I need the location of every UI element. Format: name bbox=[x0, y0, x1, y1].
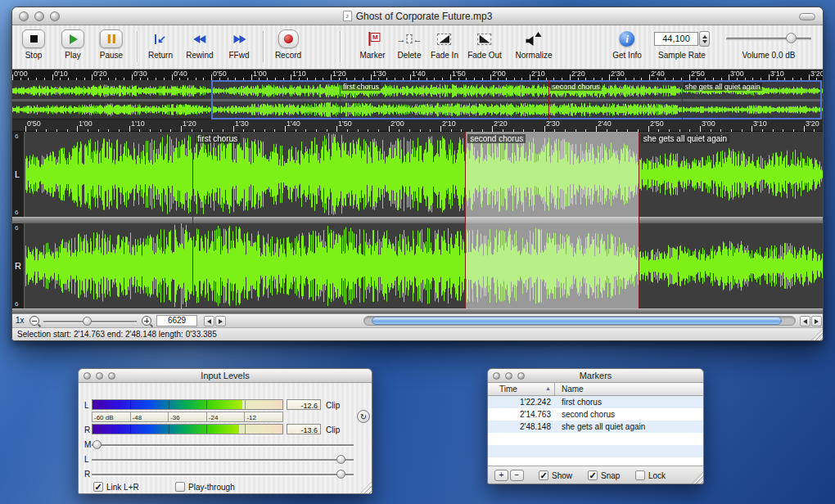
pause-button[interactable]: Pause bbox=[100, 28, 123, 60]
step-left-button[interactable] bbox=[204, 316, 214, 326]
checkbox-label: Snap bbox=[601, 471, 620, 480]
palette-window-controls bbox=[84, 372, 115, 380]
reset-clip-button[interactable]: ↻ bbox=[357, 410, 370, 423]
samples-per-pixel-value[interactable]: 6629 bbox=[156, 315, 197, 326]
fade-out-icon bbox=[477, 34, 491, 45]
sample-rate-label: Sample Rate bbox=[654, 51, 710, 60]
fade-in-button[interactable]: Fade In bbox=[431, 28, 458, 60]
column-header-time[interactable]: Time ▲ bbox=[488, 383, 555, 395]
meter-right-unfilled bbox=[239, 425, 282, 434]
delete-button[interactable]: →← Delete bbox=[397, 28, 422, 60]
input-levels-titlebar[interactable]: Input Levels bbox=[79, 369, 372, 383]
resize-grip[interactable] bbox=[360, 482, 372, 493]
column-header-name[interactable]: Name bbox=[555, 383, 703, 395]
volume-slider[interactable] bbox=[726, 28, 811, 50]
resize-grip[interactable] bbox=[692, 472, 703, 484]
snap-checkbox[interactable]: ✓ Snap bbox=[588, 470, 620, 480]
zoom-in-button[interactable] bbox=[142, 316, 151, 326]
marker-name-cell bbox=[555, 445, 703, 457]
resize-grip[interactable] bbox=[811, 329, 823, 340]
scroll-left-button[interactable] bbox=[800, 316, 810, 326]
palette-window-controls bbox=[493, 372, 525, 380]
overview-marker-line bbox=[340, 80, 341, 119]
marker-name-cell: second chorus bbox=[555, 408, 703, 421]
gain-slider-m-thumb[interactable] bbox=[93, 440, 102, 449]
overview-strip[interactable]: first chorussecond chorusshe gets all qu… bbox=[12, 80, 823, 119]
pause-icon bbox=[107, 34, 115, 43]
play-through-checkbox[interactable]: Play-through bbox=[175, 482, 235, 492]
delete-icon: →← bbox=[397, 34, 422, 44]
get-info-button[interactable]: i Get Info bbox=[612, 28, 642, 60]
scale-label: -12 bbox=[245, 412, 283, 422]
checkbox-box[interactable]: ✓ bbox=[539, 470, 548, 480]
remove-marker-button[interactable]: − bbox=[510, 470, 524, 481]
music-note-icon: ♪ bbox=[343, 11, 352, 21]
horizontal-scrollbar[interactable] bbox=[363, 316, 796, 326]
close-button[interactable] bbox=[84, 372, 91, 380]
record-button[interactable]: Record bbox=[275, 28, 301, 60]
marker-button[interactable]: M Marker bbox=[359, 28, 385, 60]
wave-area[interactable]: 6 L 6 6 R 6 first chorussecond chorusshe… bbox=[12, 132, 823, 313]
toolbar-toggle-capsule[interactable] bbox=[799, 13, 815, 20]
fast-forward-button[interactable]: FFwd bbox=[229, 28, 250, 60]
play-button[interactable]: Play bbox=[61, 28, 84, 60]
stop-button[interactable]: Stop bbox=[22, 28, 45, 60]
checkbox-box[interactable]: ✓ bbox=[588, 470, 598, 480]
minimize-button[interactable] bbox=[34, 11, 44, 21]
return-button[interactable]: ↙ Return bbox=[148, 28, 173, 60]
gain-slider-r-thumb[interactable] bbox=[336, 470, 345, 479]
gain-slider-l-thumb[interactable] bbox=[336, 455, 345, 464]
fade-out-button[interactable]: Fade Out bbox=[467, 28, 502, 60]
checkbox-box[interactable] bbox=[635, 470, 645, 480]
rewind-button[interactable]: Rewind bbox=[186, 28, 213, 60]
checkbox-label: Show bbox=[552, 471, 572, 480]
name-column-label: Name bbox=[562, 385, 584, 394]
markers-titlebar[interactable]: Markers bbox=[488, 369, 703, 383]
gain-slider-m[interactable] bbox=[92, 440, 354, 449]
marker-time-cell: 2'14.763 bbox=[488, 408, 555, 421]
scroll-right-button[interactable] bbox=[811, 316, 822, 326]
marker-row[interactable]: 1'22.242first chorus bbox=[488, 396, 703, 408]
checkbox-box[interactable]: ✓ bbox=[93, 482, 103, 492]
zoom-slider[interactable] bbox=[43, 317, 137, 326]
close-button[interactable] bbox=[493, 372, 500, 380]
clip-label-right: Clip bbox=[326, 425, 340, 434]
window-titlebar[interactable]: ♪ Ghost of Corporate Future.mp3 bbox=[12, 7, 823, 25]
checkbox-box[interactable] bbox=[175, 482, 185, 492]
fade-in-icon bbox=[437, 34, 451, 45]
zoom-button[interactable] bbox=[108, 372, 115, 380]
marker-row[interactable]: 2'14.763second chorus bbox=[488, 408, 703, 421]
marker-time-cell: 1'22.242 bbox=[488, 396, 555, 408]
zoom-button[interactable] bbox=[50, 11, 60, 21]
main-ruler[interactable] bbox=[12, 119, 823, 132]
sample-rate-stepper[interactable] bbox=[699, 31, 710, 47]
markers-rows: 1'22.242first chorus2'14.763second choru… bbox=[488, 396, 703, 466]
lock-checkbox[interactable]: Lock bbox=[635, 470, 666, 480]
overview-marker-line bbox=[682, 80, 683, 119]
step-right-button[interactable] bbox=[215, 316, 226, 326]
normalize-button[interactable]: Normalize bbox=[515, 28, 552, 60]
show-checkbox[interactable]: ✓ Show bbox=[539, 470, 572, 480]
minimize-button[interactable] bbox=[96, 372, 103, 380]
overview-ruler[interactable] bbox=[12, 70, 823, 80]
gain-slider-l[interactable] bbox=[92, 455, 354, 464]
zoom-out-button[interactable] bbox=[29, 316, 39, 326]
markers-title: Markers bbox=[580, 371, 612, 380]
marker-line bbox=[639, 132, 639, 308]
gain-slider-r[interactable] bbox=[92, 470, 354, 479]
zoom-button[interactable] bbox=[517, 372, 525, 380]
wave-canvas-right[interactable] bbox=[25, 223, 824, 308]
meter-left-value: -12.6 bbox=[287, 399, 321, 410]
marker-row[interactable]: 2'48.148she gets all quiet again bbox=[488, 421, 703, 433]
zoom-slider-thumb[interactable] bbox=[83, 317, 92, 326]
get-info-label: Get Info bbox=[612, 51, 642, 60]
sample-rate-value[interactable]: 44,100 bbox=[654, 32, 698, 46]
link-lr-checkbox[interactable]: ✓ Link L+R bbox=[93, 482, 139, 492]
add-marker-button[interactable]: + bbox=[494, 470, 508, 481]
scrollbar-thumb[interactable] bbox=[372, 317, 782, 325]
wave-canvas-left[interactable] bbox=[25, 132, 824, 217]
meter-left-unfilled bbox=[242, 400, 282, 409]
volume-slider-thumb[interactable] bbox=[786, 33, 797, 43]
minimize-button[interactable] bbox=[505, 372, 512, 380]
close-button[interactable] bbox=[19, 11, 29, 21]
